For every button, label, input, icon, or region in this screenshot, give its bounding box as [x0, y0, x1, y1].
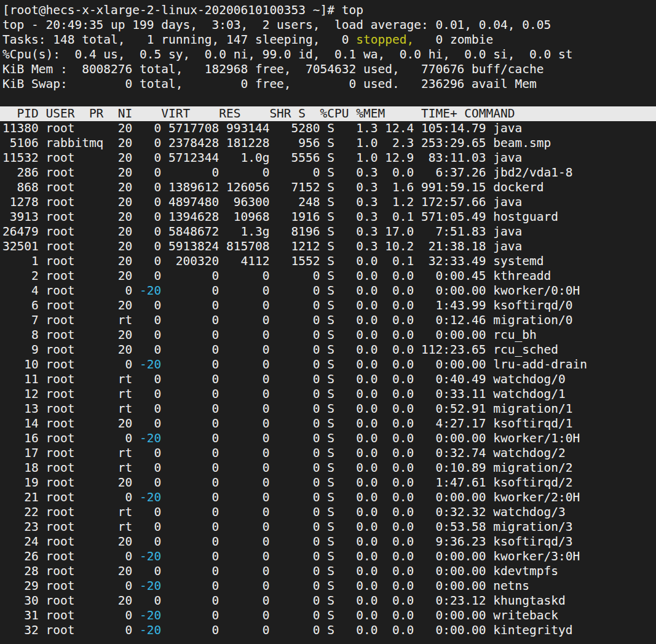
process-row: 24 root 20 0 0 0 0 S 0.0 0.0 9:36.23 kso… — [0, 535, 656, 549]
process-row: 29 root 0 -20 0 0 0 S 0.0 0.0 0:00.00 ne… — [0, 579, 656, 594]
nice-value: -20 — [140, 357, 161, 372]
nice-value: 0 — [140, 505, 161, 519]
process-row: 8 root 20 0 0 0 0 S 0.0 0.0 0:00.00 rcu_… — [0, 328, 656, 343]
nice-value: 0 — [140, 239, 161, 253]
nice-value: 0 — [140, 151, 161, 165]
nice-value: -20 — [140, 490, 161, 504]
nice-value: 0 — [140, 402, 161, 416]
nice-value: 0 — [140, 180, 161, 194]
tasks-line-text: Tasks: 148 total, 1 running, 147 sleepin… — [2, 33, 356, 47]
cpu-line-text: %Cpu(s): 0.4 us, 0.5 sy, 0.0 ni, 99.0 id… — [2, 47, 572, 62]
nice-value: -20 — [140, 579, 161, 593]
process-row: 14 root 20 0 0 0 0 S 0.0 0.0 4:27.17 kso… — [0, 416, 656, 431]
blank-line — [0, 92, 656, 106]
process-row: 11532 root 20 0 5712344 1.0g 5556 S 1.0 … — [0, 151, 656, 165]
process-row: 17 root rt 0 0 0 0 S 0.0 0.0 0:32.74 wat… — [0, 446, 656, 461]
process-row: 32501 root 20 0 5913824 815708 1212 S 0.… — [0, 239, 656, 254]
nice-value: 0 — [140, 254, 161, 268]
process-row: 10 root 0 -20 0 0 0 S 0.0 0.0 0:00.00 lr… — [0, 357, 656, 372]
process-row: 286 root 20 0 0 0 0 S 0.3 0.0 6:37.26 jb… — [0, 165, 656, 180]
process-row: 22 root rt 0 0 0 0 S 0.0 0.0 0:32.32 wat… — [0, 505, 656, 520]
process-row: 2 root 20 0 0 0 0 S 0.0 0.0 0:00.45 kthr… — [0, 269, 656, 284]
process-row: 30 root 20 0 0 0 0 S 0.0 0.0 0:23.12 khu… — [0, 594, 656, 608]
top-summary: [root@hecs-x-xlarge-2-linux-202006101003… — [0, 3, 656, 106]
nice-value: -20 — [140, 623, 161, 637]
nice-value: 0 — [140, 195, 161, 209]
nice-value: 0 — [140, 225, 161, 239]
nice-value: 0 — [140, 416, 161, 431]
nice-value: -20 — [140, 284, 161, 298]
process-row: 19 root 20 0 0 0 0 S 0.0 0.0 1:47.61 kso… — [0, 475, 656, 490]
mem-line-text: KiB Mem : 8008276 total, 182968 free, 70… — [2, 62, 544, 76]
nice-value: 0 — [140, 328, 161, 342]
nice-value: 0 — [140, 269, 161, 283]
nice-value: 0 — [140, 165, 161, 180]
nice-value: 0 — [140, 564, 161, 578]
process-row: 4 root 0 -20 0 0 0 S 0.0 0.0 0:00.00 kwo… — [0, 284, 656, 298]
process-row: 11380 root 20 0 5717708 993144 5280 S 1.… — [0, 121, 656, 136]
process-row: 11 root rt 0 0 0 0 S 0.0 0.0 0:40.49 wat… — [0, 372, 656, 387]
prompt-line-text: [root@hecs-x-xlarge-2-linux-202006101003… — [2, 3, 363, 17]
process-row: 5106 rabbitmq 20 0 2378428 181228 956 S … — [0, 136, 656, 151]
nice-value: -20 — [140, 431, 161, 445]
tasks-line-text: 0 zombie — [414, 33, 493, 47]
nice-value: 0 — [140, 313, 161, 327]
terminal-window[interactable]: [root@hecs-x-xlarge-2-linux-202006101003… — [0, 0, 656, 644]
nice-value: 0 — [140, 520, 161, 534]
nice-value: 0 — [140, 298, 161, 312]
nice-value: 0 — [140, 372, 161, 386]
process-row: 23 root rt 0 0 0 0 S 0.0 0.0 0:53.58 mig… — [0, 520, 656, 535]
nice-value: 0 — [140, 387, 161, 401]
nice-value: 0 — [140, 210, 161, 224]
nice-value: 0 — [140, 446, 161, 460]
uptime-line: top - 20:49:35 up 199 days, 3:03, 2 user… — [0, 18, 656, 33]
nice-value: 0 — [140, 594, 161, 608]
process-row: 3913 root 20 0 1394628 10968 1916 S 0.3 … — [0, 210, 656, 225]
process-row: 868 root 20 0 1389612 126056 7152 S 0.3 … — [0, 180, 656, 195]
swap-line-text: KiB Swap: 0 total, 0 free, 0 used. 23629… — [2, 77, 537, 91]
process-row: 13 root rt 0 0 0 0 S 0.0 0.0 0:52.91 mig… — [0, 402, 656, 416]
nice-value: 0 — [140, 121, 161, 135]
nice-value: 0 — [140, 136, 161, 150]
process-row: 1278 root 20 0 4897480 96300 248 S 0.3 1… — [0, 195, 656, 210]
process-row: 32 root 0 -20 0 0 0 S 0.0 0.0 0:00.00 ki… — [0, 623, 656, 638]
process-row: 28 root 20 0 0 0 0 S 0.0 0.0 0:00.00 kde… — [0, 564, 656, 579]
process-row: 6 root 20 0 0 0 0 S 0.0 0.0 1:43.99 ksof… — [0, 298, 656, 313]
nice-value: 0 — [140, 343, 161, 357]
process-row: 26479 root 20 0 5848672 1.3g 8196 S 0.3 … — [0, 225, 656, 239]
mem-line: KiB Mem : 8008276 total, 182968 free, 70… — [0, 62, 656, 77]
nice-value: 0 — [140, 535, 161, 549]
swap-line: KiB Swap: 0 total, 0 free, 0 used. 23629… — [0, 77, 656, 92]
nice-value: 0 — [140, 461, 161, 475]
process-row: 12 root rt 0 0 0 0 S 0.0 0.0 0:33.11 wat… — [0, 387, 656, 402]
process-row: 7 root rt 0 0 0 0 S 0.0 0.0 0:12.46 migr… — [0, 313, 656, 328]
process-row: 9 root 20 0 0 0 0 S 0.0 0.0 112:23.65 rc… — [0, 343, 656, 357]
cpu-line: %Cpu(s): 0.4 us, 0.5 sy, 0.0 ni, 99.0 id… — [0, 47, 656, 62]
prompt-line: [root@hecs-x-xlarge-2-linux-202006101003… — [0, 3, 656, 18]
tasks-line-text: stopped, — [356, 33, 414, 47]
process-table: 11380 root 20 0 5717708 993144 5280 S 1.… — [0, 121, 656, 638]
tasks-line: Tasks: 148 total, 1 running, 147 sleepin… — [0, 33, 656, 47]
process-row: 18 root rt 0 0 0 0 S 0.0 0.0 0:10.89 mig… — [0, 461, 656, 475]
process-table-header: PID USER PR NI VIRT RES SHR S %CPU %MEM … — [0, 106, 656, 121]
process-row: 21 root 0 -20 0 0 0 S 0.0 0.0 0:00.00 kw… — [0, 490, 656, 505]
nice-value: 0 — [140, 475, 161, 490]
process-row: 26 root 0 -20 0 0 0 S 0.0 0.0 0:00.00 kw… — [0, 549, 656, 564]
uptime-line-text: top - 20:49:35 up 199 days, 3:03, 2 user… — [2, 18, 551, 32]
process-row: 1 root 20 0 200320 4112 1552 S 0.0 0.1 3… — [0, 254, 656, 269]
nice-value: -20 — [140, 608, 161, 622]
process-row: 16 root 0 -20 0 0 0 S 0.0 0.0 0:00.00 kw… — [0, 431, 656, 446]
nice-value: -20 — [140, 549, 161, 563]
process-row: 31 root 0 -20 0 0 0 S 0.0 0.0 0:00.00 wr… — [0, 608, 656, 623]
